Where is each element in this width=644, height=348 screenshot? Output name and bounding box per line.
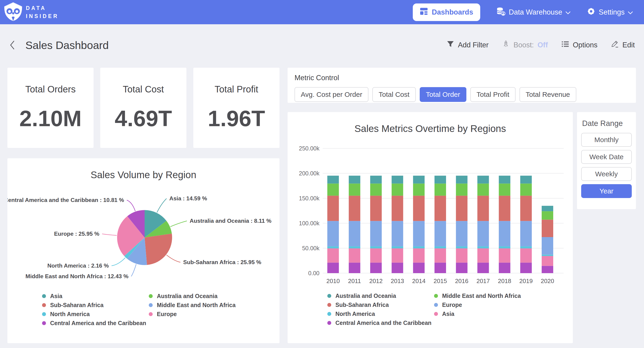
legend-item-central-america-and-the-caribbean[interactable]: Central America and the Caribbean	[327, 320, 434, 326]
bar-2013-central-america-and-the-caribbean[interactable]	[392, 262, 403, 273]
date-option-weekly[interactable]: Weekly	[581, 167, 632, 181]
bar-2012-europe[interactable]	[370, 221, 382, 246]
bar-2019-north-america[interactable]	[520, 246, 532, 248]
legend-item-europe[interactable]: Europe	[434, 302, 521, 308]
bar-2013-australia-and-oceania[interactable]	[392, 176, 403, 183]
legend-item-asia[interactable]: Asia	[42, 293, 149, 299]
bar-2020-australia-and-oceania[interactable]	[542, 206, 553, 211]
bar-2010-central-america-and-the-caribbean[interactable]	[327, 262, 339, 273]
bar-2017-europe[interactable]	[478, 221, 489, 246]
add-filter-button[interactable]: Add Filter	[447, 41, 488, 50]
metric-option-total-profit[interactable]: Total Profit	[470, 87, 516, 102]
legend-item-asia[interactable]: Asia	[434, 311, 521, 317]
bar-2016-central-america-and-the-caribbean[interactable]	[456, 262, 468, 273]
legend-item-australia-and-oceania[interactable]: Australia and Oceania	[149, 293, 236, 299]
bar-2013-sub-saharan-africa[interactable]	[392, 196, 403, 221]
bar-2016-asia[interactable]	[456, 248, 468, 263]
bar-2018-central-america-and-the-caribbean[interactable]	[499, 262, 510, 273]
metric-option-total-revenue[interactable]: Total Revenue	[520, 87, 576, 102]
legend-item-sub-saharan-africa[interactable]: Sub-Saharan Africa	[327, 302, 434, 308]
bar-2020-north-america[interactable]	[542, 255, 553, 256]
brand-logo[interactable]: DATA INSIDER	[4, 2, 59, 23]
bar-2020-middle-east-and-north-africa[interactable]	[542, 211, 553, 219]
bar-2018-europe[interactable]	[499, 221, 510, 246]
bar-2013-north-america[interactable]	[392, 246, 403, 248]
bar-2011-central-america-and-the-caribbean[interactable]	[349, 262, 360, 273]
bar-2011-north-america[interactable]	[349, 246, 360, 248]
bar-2019-australia-and-oceania[interactable]	[520, 176, 532, 183]
bar-2017-asia[interactable]	[478, 248, 489, 263]
bar-2014-middle-east-and-north-africa[interactable]	[413, 183, 424, 196]
metric-option-total-cost[interactable]: Total Cost	[372, 87, 416, 102]
bar-2016-north-america[interactable]	[456, 246, 468, 248]
bar-2015-north-america[interactable]	[434, 246, 446, 248]
bar-2020-sub-saharan-africa[interactable]	[542, 219, 553, 237]
nav-settings[interactable]: Settings	[587, 7, 633, 18]
bar-2020-asia[interactable]	[542, 256, 553, 266]
bar-2020-europe[interactable]	[542, 237, 553, 255]
bar-2014-asia[interactable]	[413, 248, 424, 263]
nav-dashboards[interactable]: Dashboards	[413, 4, 480, 21]
date-option-year[interactable]: Year	[581, 184, 632, 198]
bar-2018-north-america[interactable]	[499, 246, 510, 248]
bar-2012-australia-and-oceania[interactable]	[370, 176, 382, 183]
bar-2017-central-america-and-the-caribbean[interactable]	[478, 262, 489, 273]
bar-2013-europe[interactable]	[392, 221, 403, 246]
legend-item-australia-and-oceania[interactable]: Australia and Oceania	[327, 293, 434, 299]
bar-2015-asia[interactable]	[434, 248, 446, 263]
legend-item-north-america[interactable]: North America	[42, 311, 149, 317]
bar-2019-europe[interactable]	[520, 221, 532, 246]
legend-item-sub-saharan-africa[interactable]: Sub-Saharan Africa	[42, 302, 149, 308]
bar-2014-europe[interactable]	[413, 221, 424, 246]
bar-2011-australia-and-oceania[interactable]	[349, 176, 360, 183]
metric-option-avg-cost-per-order[interactable]: Avg. Cost per Order	[294, 87, 368, 102]
bar-2019-central-america-and-the-caribbean[interactable]	[520, 262, 532, 273]
bar-2019-middle-east-and-north-africa[interactable]	[520, 183, 532, 196]
bar-2015-central-america-and-the-caribbean[interactable]	[434, 262, 446, 273]
bar-2010-sub-saharan-africa[interactable]	[327, 196, 339, 221]
date-option-monthly[interactable]: Monthly	[581, 133, 632, 147]
bar-2014-australia-and-oceania[interactable]	[413, 176, 424, 183]
bar-2011-asia[interactable]	[349, 248, 360, 263]
bar-2011-europe[interactable]	[349, 221, 360, 246]
bar-2014-north-america[interactable]	[413, 246, 424, 248]
bar-2017-north-america[interactable]	[478, 246, 489, 248]
legend-item-middle-east-and-north-africa[interactable]: Middle East and North Africa	[434, 293, 521, 299]
bar-2015-australia-and-oceania[interactable]	[434, 176, 446, 183]
bar-2012-central-america-and-the-caribbean[interactable]	[370, 262, 382, 273]
options-button[interactable]: Options	[561, 41, 598, 50]
bar-2013-middle-east-and-north-africa[interactable]	[392, 183, 403, 196]
bar-2017-australia-and-oceania[interactable]	[478, 176, 489, 183]
bar-2010-australia-and-oceania[interactable]	[327, 176, 339, 183]
bar-2016-sub-saharan-africa[interactable]	[456, 196, 468, 221]
legend-item-middle-east-and-north-africa[interactable]: Middle East and North Africa	[149, 302, 236, 308]
bar-2018-australia-and-oceania[interactable]	[499, 176, 510, 183]
bar-2016-australia-and-oceania[interactable]	[456, 176, 468, 183]
boost-toggle[interactable]: Boost: Off	[502, 40, 548, 50]
bar-2018-middle-east-and-north-africa[interactable]	[499, 183, 510, 196]
bar-2019-asia[interactable]	[520, 248, 532, 263]
bar-2010-north-america[interactable]	[327, 246, 339, 248]
bar-2017-sub-saharan-africa[interactable]	[478, 196, 489, 221]
bar-2010-asia[interactable]	[327, 248, 339, 263]
date-option-week-date[interactable]: Week Date	[581, 150, 632, 164]
bar-2012-asia[interactable]	[370, 248, 382, 263]
back-button[interactable]	[9, 40, 16, 50]
bar-2010-middle-east-and-north-africa[interactable]	[327, 183, 339, 196]
bar-2020-central-america-and-the-caribbean[interactable]	[542, 266, 553, 273]
bar-2018-sub-saharan-africa[interactable]	[499, 196, 510, 221]
bar-2011-sub-saharan-africa[interactable]	[349, 196, 360, 221]
bar-2016-middle-east-and-north-africa[interactable]	[456, 183, 468, 196]
bar-2015-europe[interactable]	[434, 221, 446, 246]
bar-2012-north-america[interactable]	[370, 246, 382, 248]
metric-option-total-order[interactable]: Total Order	[420, 87, 466, 102]
bar-2012-middle-east-and-north-africa[interactable]	[370, 183, 382, 196]
bar-2019-sub-saharan-africa[interactable]	[520, 196, 532, 221]
bar-2014-central-america-and-the-caribbean[interactable]	[413, 262, 424, 273]
bar-2011-middle-east-and-north-africa[interactable]	[349, 183, 360, 196]
bar-2016-europe[interactable]	[456, 221, 468, 246]
legend-item-europe[interactable]: Europe	[149, 311, 236, 317]
pie-slice-sub-saharan-africa[interactable]	[144, 234, 172, 265]
bar-2012-sub-saharan-africa[interactable]	[370, 196, 382, 221]
bar-2014-sub-saharan-africa[interactable]	[413, 196, 424, 221]
